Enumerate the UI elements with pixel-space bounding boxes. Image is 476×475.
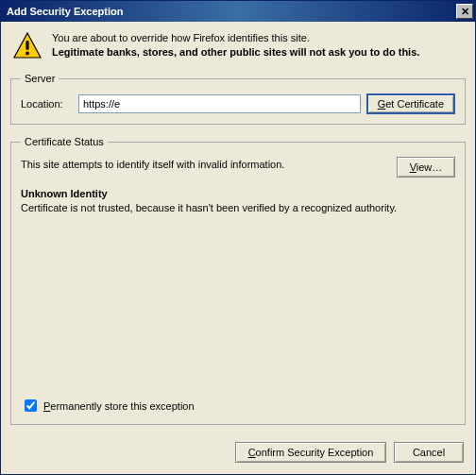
permanent-store-checkbox[interactable]: [25, 399, 37, 412]
server-group: Server Location: Get Certificate: [10, 73, 466, 125]
location-label: Location:: [21, 98, 73, 110]
svg-point-2: [26, 52, 29, 56]
view-button[interactable]: View…: [397, 157, 455, 178]
cert-desc: Certificate is not trusted, because it h…: [21, 201, 455, 215]
intro-text: You are about to override how Firefox id…: [52, 31, 464, 61]
intro-row: You are about to override how Firefox id…: [10, 29, 466, 69]
cert-heading: Unknown Identity: [21, 187, 455, 201]
location-input[interactable]: [78, 94, 361, 113]
dialog-footer: Confirm Security Exception Cancel: [10, 433, 466, 465]
dialog-content: You are about to override how Firefox id…: [1, 22, 475, 474]
cancel-button[interactable]: Cancel: [394, 442, 464, 463]
intro-line1: You are about to override how Firefox id…: [52, 31, 464, 45]
titlebar: Add Security Exception ✕: [1, 1, 475, 22]
certificate-status-group: Certificate Status This site attempts to…: [10, 136, 466, 425]
cert-legend: Certificate Status: [21, 136, 108, 147]
permanent-store-label: Permanently store this exception: [43, 400, 195, 412]
intro-line2: Legitimate banks, stores, and other publ…: [52, 45, 464, 59]
get-certificate-button[interactable]: Get Certificate: [366, 93, 455, 114]
confirm-button[interactable]: Confirm Security Exception: [235, 442, 386, 463]
svg-rect-1: [26, 41, 28, 50]
dialog-window: Add Security Exception ✕ You are about t…: [0, 0, 476, 475]
cert-status-message: This site attempts to identify itself wi…: [21, 157, 397, 170]
close-icon: ✕: [461, 6, 469, 18]
close-button[interactable]: ✕: [456, 4, 473, 19]
server-legend: Server: [21, 73, 59, 84]
window-title: Add Security Exception: [7, 6, 123, 17]
warning-icon: [12, 31, 42, 61]
